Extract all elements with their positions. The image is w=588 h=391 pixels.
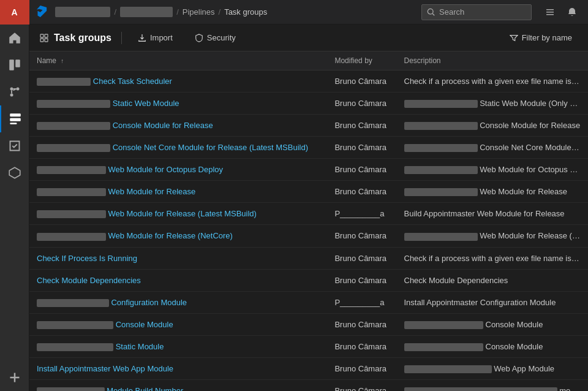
svg-point-2 — [10, 88, 13, 91]
sidebar-item-boards[interactable] — [0, 51, 29, 78]
sidebar-item-add[interactable] — [0, 364, 29, 391]
table-row[interactable]: Build A__________ Web Module for Octopus… — [29, 159, 588, 181]
cell-description: Build A___________ Static Web Module (On… — [397, 93, 589, 115]
cell-description: Build A___________ Console Net Core Modu… — [397, 137, 589, 159]
svg-point-13 — [428, 9, 433, 14]
svg-rect-21 — [45, 39, 48, 42]
breadcrumb-project[interactable]: A_________r — [120, 7, 173, 17]
cell-description: Install A___________r Console Module — [397, 313, 589, 335]
svg-rect-16 — [546, 12, 554, 13]
table-row[interactable]: Build Ap__________ Console Net Core Modu… — [29, 137, 588, 159]
svg-rect-18 — [40, 34, 43, 37]
svg-rect-19 — [45, 34, 48, 37]
table-row[interactable]: Build A__________ Web Module for Release… — [29, 225, 588, 247]
cell-modified: Bruno Câmara — [327, 379, 396, 391]
sidebar: A — [0, 0, 29, 391]
page-header: Task groups Import Security Filter by na… — [29, 25, 588, 51]
cell-modified: Bruno Câmara — [327, 335, 396, 357]
breadcrumb-pipelines[interactable]: Pipelines — [183, 7, 215, 17]
security-icon — [195, 34, 203, 42]
breadcrumb-taskgroups: Task groups — [224, 7, 267, 17]
cell-name: Build A__________ Web Module for Release — [29, 181, 327, 203]
cell-description: Build Appointmaster Web Module for Relea… — [397, 203, 589, 225]
table-row[interactable]: Build A__________ Web Module for Release… — [29, 203, 588, 225]
cell-modified: Bruno Câmara — [327, 357, 396, 379]
cell-modified: P_________a — [327, 291, 396, 313]
sidebar-item-pipelines[interactable] — [0, 105, 29, 132]
table-row[interactable]: Build Ap__________ Static Web ModuleBrun… — [29, 93, 588, 115]
cell-name: Set Ap__________ Module Build Number — [29, 379, 327, 391]
filter-button[interactable]: Filter by name — [503, 31, 578, 45]
search-icon — [427, 8, 435, 17]
table-row[interactable]: Build Ap__________ Console Module for Re… — [29, 115, 588, 137]
search-box[interactable]: Search — [421, 4, 532, 20]
cell-name: Build A__________ Web Module for Octopus… — [29, 159, 327, 181]
cell-modified: Bruno Câmara — [327, 247, 396, 269]
search-label: Search — [439, 7, 464, 17]
svg-rect-0 — [9, 59, 14, 70]
table-row[interactable]: Install Appointmaster Web App ModuleBrun… — [29, 357, 588, 379]
cell-modified: P_________a — [327, 203, 396, 225]
table-row[interactable]: Check If Process Is RunningBruno CâmaraC… — [29, 247, 588, 269]
topbar: aj__________ / A_________r / Pipelines /… — [29, 0, 588, 25]
table-row[interactable]: Install Ap__________ Console ModuleBruno… — [29, 313, 588, 335]
task-groups-table: Name ↑ Modified by Description A________… — [29, 51, 588, 391]
cell-modified: Bruno Câmara — [327, 137, 396, 159]
cell-modified: Bruno Câmara — [327, 269, 396, 291]
topbar-icons — [541, 4, 581, 21]
svg-point-3 — [10, 94, 13, 97]
svg-rect-15 — [546, 9, 554, 10]
table-row[interactable]: Build A__________ Web Module for Release… — [29, 181, 588, 203]
cell-name: Install Appointmaster Web App Module — [29, 357, 327, 379]
breadcrumb-org[interactable]: aj__________ — [55, 7, 110, 17]
cell-modified: Bruno Câmara — [327, 181, 396, 203]
svg-rect-1 — [15, 59, 20, 67]
sidebar-item-home[interactable] — [0, 25, 29, 51]
cell-name: Build A__________ Web Module for Release… — [29, 225, 327, 247]
cell-description: Sets the build number of an A___________… — [397, 379, 589, 391]
cell-name: Install Ap__________ Console Module — [29, 313, 327, 335]
col-name[interactable]: Name ↑ — [29, 51, 327, 70]
table-row[interactable]: Install A__________ Configuration Module… — [29, 291, 588, 313]
cell-name: Install A__________ Configuration Module — [29, 291, 327, 313]
cell-description: Install A___________r Console Module — [397, 335, 589, 357]
cell-name: Check Module Dependencies — [29, 269, 327, 291]
cell-name: Check If Process Is Running — [29, 247, 327, 269]
import-button[interactable]: Import — [132, 31, 179, 45]
cell-description: Build A___________ Console Module for Re… — [397, 115, 589, 137]
svg-line-14 — [432, 13, 434, 15]
table-row[interactable]: A___________ Check Task SchedulerBruno C… — [29, 70, 588, 93]
cell-name: Build Ap__________ Static Web Module — [29, 93, 327, 115]
cell-modified: Bruno Câmara — [327, 115, 396, 137]
svg-rect-10 — [10, 123, 17, 124]
svg-rect-17 — [546, 14, 554, 15]
sidebar-item-testplans[interactable] — [0, 132, 29, 159]
cell-description: Build A___________ Web Module for Releas… — [397, 181, 589, 203]
security-button[interactable]: Security — [189, 31, 242, 45]
cell-description: Check if a process with a given exe file… — [397, 247, 589, 269]
col-description: Description — [397, 51, 589, 70]
cell-description: Install an A___________ Web App Module — [397, 357, 589, 379]
list-view-icon[interactable] — [541, 4, 559, 21]
avatar[interactable]: A — [0, 0, 29, 25]
filter-icon — [510, 34, 518, 42]
sidebar-item-artifacts[interactable] — [0, 159, 29, 186]
cell-name: Build Ap__________ Console Module for Re… — [29, 115, 327, 137]
cell-modified: Bruno Câmara — [327, 313, 396, 335]
page-title-group: Task groups — [39, 32, 111, 44]
table-row[interactable]: Install Ap__________ Static ModuleBruno … — [29, 335, 588, 357]
svg-rect-20 — [40, 39, 43, 42]
cell-description: Build A___________ Web Module for Releas… — [397, 225, 589, 247]
cell-name: A___________ Check Task Scheduler — [29, 70, 327, 93]
notifications-icon[interactable] — [564, 4, 581, 21]
svg-rect-9 — [10, 118, 21, 121]
cell-modified: Bruno Câmara — [327, 70, 396, 93]
cell-description: Check Module Dependencies — [397, 269, 589, 291]
cell-modified: Bruno Câmara — [327, 159, 396, 181]
svg-rect-8 — [10, 113, 21, 116]
sidebar-item-repos[interactable] — [0, 78, 29, 105]
import-icon — [138, 34, 146, 42]
table-row[interactable]: Set Ap__________ Module Build NumberBrun… — [29, 379, 588, 391]
table-row[interactable]: Check Module DependenciesBruno CâmaraChe… — [29, 269, 588, 291]
cell-description: Check if a process with a given exe file… — [397, 70, 589, 93]
